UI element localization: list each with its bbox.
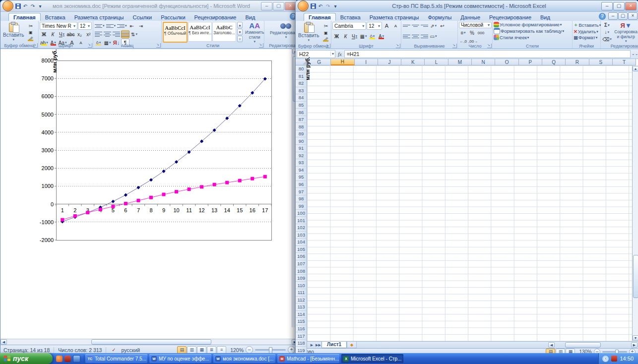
row-header-106[interactable]: 106 — [296, 253, 307, 260]
ribbon-tab-6[interactable]: Рецензирование — [485, 13, 536, 21]
column-header-M[interactable]: M — [448, 59, 472, 65]
bold-button[interactable]: Ж — [332, 32, 341, 40]
increase-indent-button[interactable]: ⇥ — [137, 22, 145, 30]
close-button[interactable]: × — [285, 2, 296, 10]
column-header-N[interactable]: N — [472, 59, 495, 65]
font-size-combo[interactable]: 12 — [78, 22, 92, 30]
conditional-formatting-button[interactable]: Условное форматирование▾ — [494, 22, 571, 27]
row-header-100[interactable]: 100 — [296, 210, 307, 217]
row-header-91[interactable]: 91 — [296, 145, 307, 152]
zoom-in-button[interactable]: + — [288, 346, 295, 354]
word-document-area[interactable]: -2000-1000010002000300040005000600070008… — [0, 49, 298, 339]
ribbon-tab-5[interactable]: Рассылки — [156, 13, 190, 21]
row-header-116[interactable]: 116 — [296, 325, 307, 333]
format-as-table-button[interactable]: Форматировать как таблицу▾ — [494, 28, 571, 34]
row-header-110[interactable]: 110 — [296, 282, 307, 289]
ribbon-tab-3[interactable]: Разметка страницы — [70, 13, 128, 21]
change-styles-button[interactable]: АA Изменить стили▾ — [244, 22, 265, 42]
row-header-113[interactable]: 113 — [296, 303, 307, 311]
style-card[interactable]: AaBbCЗаголово... — [212, 22, 236, 42]
dialog-launcher-icon[interactable]: ↘ — [452, 44, 457, 48]
maximize-button[interactable]: ▢ — [273, 2, 284, 10]
workbook-restore-button[interactable]: ▢ — [618, 12, 628, 20]
align-right-button[interactable] — [112, 30, 121, 38]
scroll-left-icon[interactable]: ◀ — [548, 342, 555, 348]
dialog-launcher-icon[interactable]: ↘ — [396, 44, 400, 48]
column-header-O[interactable]: O — [495, 59, 518, 65]
column-header-I[interactable]: I — [355, 59, 378, 65]
align-center-button[interactable] — [411, 32, 420, 40]
ribbon-tab-2[interactable]: Вставка — [41, 13, 70, 21]
scroll-up-icon[interactable]: ▲ — [633, 66, 638, 71]
row-header-97[interactable]: 97 — [296, 188, 307, 195]
zoom-level[interactable]: 120% — [230, 347, 244, 353]
word-titlebar[interactable]: ↶ ↷ ▾ моя экономика.doc [Режим ограничен… — [0, 0, 298, 12]
cut-button[interactable]: ✂ — [321, 23, 330, 29]
ribbon-tab-7[interactable]: Вид — [536, 13, 555, 21]
dialog-launcher-icon[interactable]: ↘ — [487, 44, 492, 48]
align-center-button[interactable] — [103, 30, 112, 38]
word-count[interactable]: Число слов: 2 313 — [58, 347, 102, 353]
row-header-103[interactable]: 103 — [296, 232, 307, 239]
taskbar-button[interactable]: XMicrosoft Excel - Стр... — [341, 354, 403, 363]
tray-app-icon[interactable] — [611, 356, 617, 362]
page-indicator[interactable]: Страница: 14 из 18 — [3, 347, 50, 353]
scroll-right-icon[interactable]: ▶ — [631, 342, 638, 348]
qat-menu-button[interactable]: ▾ — [332, 2, 339, 9]
display-icon[interactable] — [73, 355, 80, 363]
workbook-minimize-button[interactable]: – — [608, 12, 618, 20]
row-header-101[interactable]: 101 — [296, 217, 307, 224]
help-button[interactable]: ? — [599, 13, 606, 20]
row-header-96[interactable]: 96 — [296, 181, 307, 188]
start-button[interactable]: пуск — [0, 353, 53, 364]
ribbon-tab-6[interactable]: Рецензирование — [190, 13, 241, 21]
font-color-button[interactable]: А — [377, 32, 385, 40]
row-header-107[interactable]: 107 — [296, 260, 307, 268]
maximize-button[interactable]: ▢ — [613, 2, 625, 10]
quick-launch-icon[interactable] — [56, 356, 63, 362]
row-header-95[interactable]: 95 — [296, 174, 307, 181]
delete-cells-button[interactable]: ✕Удалить▾ — [574, 29, 599, 34]
row-header-105[interactable]: 105 — [296, 246, 307, 253]
insert-worksheet-tab[interactable]: ◆ — [347, 342, 357, 348]
font-name-combo[interactable]: Times New Roman — [40, 22, 77, 30]
superscript-button[interactable]: x² — [84, 30, 93, 38]
align-right-button[interactable] — [420, 32, 429, 40]
row-header-94[interactable]: 94 — [296, 167, 307, 174]
gallery-more-button[interactable]: ▿ — [237, 36, 243, 42]
subscript-button[interactable]: x₂ — [75, 30, 84, 38]
shrink-font-button[interactable]: А — [391, 22, 400, 30]
dialog-launcher-icon[interactable]: ↘ — [88, 43, 92, 48]
scroll-thumb[interactable] — [91, 339, 211, 345]
close-button[interactable]: × — [625, 2, 637, 10]
ribbon-tab-3[interactable]: Разметка страницы — [365, 13, 424, 21]
multilevel-list-button[interactable] — [117, 22, 128, 30]
dialog-launcher-icon[interactable]: ↘ — [326, 44, 330, 48]
qat-menu-button[interactable]: ▾ — [37, 2, 44, 9]
bold-button[interactable]: Ж — [40, 30, 48, 38]
paste-button[interactable]: Вставить▾ — [1, 22, 25, 42]
row-header-115[interactable]: 115 — [296, 318, 307, 325]
language-indicator[interactable]: русский — [121, 347, 140, 353]
quick-launch-icon[interactable] — [64, 356, 71, 362]
font-size-combo[interactable]: 12 — [367, 22, 382, 30]
minimize-button[interactable]: – — [261, 2, 272, 10]
column-header-Q[interactable]: Q — [542, 59, 566, 65]
workbook-close-button[interactable]: × — [628, 12, 638, 20]
align-top-button[interactable] — [402, 22, 411, 30]
excel-vertical-scrollbar[interactable]: ▲ ▼ — [632, 65, 638, 341]
column-header-H[interactable]: H — [331, 59, 354, 65]
numbering-button[interactable] — [106, 22, 117, 30]
save-button[interactable] — [14, 2, 21, 9]
formula-input[interactable]: =H21 — [344, 50, 631, 58]
word-chart-object[interactable]: -2000-1000010002000300040005000600070008… — [43, 58, 273, 263]
column-header-R[interactable]: R — [566, 59, 589, 65]
taskbar-button[interactable]: WМУ по оценке эффе... — [149, 354, 211, 363]
next-sheet-icon[interactable]: ▶ — [309, 342, 315, 348]
excel-titlebar[interactable]: ↶ ↷ ▾ Стр-во ПС Вар.5.xls [Режим совмест… — [296, 0, 638, 12]
zoom-slider[interactable] — [255, 349, 286, 351]
ribbon-tab-1[interactable]: Главная — [8, 13, 41, 21]
redo-button[interactable]: ↷ — [324, 2, 331, 9]
font-name-combo[interactable]: Cambria — [332, 22, 366, 30]
align-middle-button[interactable] — [411, 22, 420, 30]
